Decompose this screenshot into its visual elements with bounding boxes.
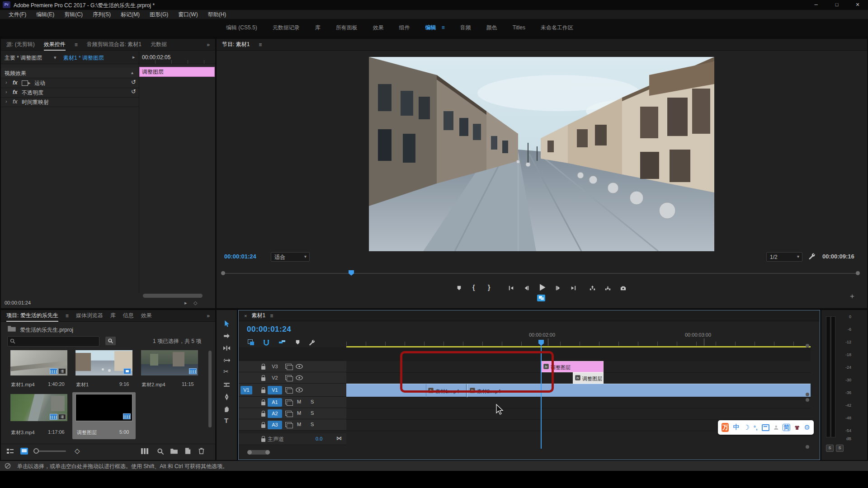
menu-window[interactable]: 窗口(W)	[173, 11, 203, 19]
program-scrubber-track[interactable]	[223, 273, 859, 274]
reset-motion-icon[interactable]: ↺	[131, 79, 136, 85]
sync-lock-icon[interactable]	[285, 411, 292, 416]
rate-stretch-tool[interactable]	[223, 357, 231, 364]
tab-audio-clip-mixer[interactable]: 音频剪辑混合器: 素材1	[87, 41, 142, 48]
export-frame-button[interactable]	[620, 285, 627, 291]
timeline-playhead-head[interactable]	[538, 339, 545, 346]
item-name[interactable]: 素材1.mp4	[11, 381, 35, 388]
toggle-track-output-icon[interactable]	[296, 387, 303, 393]
step-forward-button[interactable]	[555, 285, 561, 291]
toggle-track-output-icon[interactable]	[296, 364, 303, 369]
panel-menu-icon[interactable]: ≡	[75, 42, 78, 48]
selection-tool[interactable]	[223, 320, 231, 328]
close-tab-icon[interactable]: ×	[244, 313, 247, 319]
delete-button[interactable]	[198, 447, 205, 455]
menu-graphics[interactable]: 图形(G)	[145, 11, 173, 19]
timeline-timecode[interactable]: 00:00:01:24	[247, 325, 291, 334]
master-bowtie-icon[interactable]: ⋈	[336, 435, 342, 441]
list-view-button[interactable]	[7, 449, 14, 455]
project-item-thumb[interactable]: ⇶	[10, 394, 67, 421]
lock-track-icon[interactable]	[261, 377, 265, 381]
solo-track-button[interactable]: S	[311, 399, 314, 404]
sync-lock-icon[interactable]	[285, 364, 292, 369]
ime-simplified-icon[interactable]: 简	[783, 424, 790, 431]
row-chevron-icon[interactable]: ›	[5, 80, 7, 85]
selected-clip-label[interactable]: 素材1 * 调整图层	[63, 54, 104, 62]
workspace-tab-all-panels[interactable]: 所有面板	[336, 24, 358, 32]
effect-h-scrollbar[interactable]	[143, 294, 203, 298]
workspace-tab-titles[interactable]: Titles	[513, 24, 525, 31]
workspace-tab-metadata-logging[interactable]: 元数据记录	[273, 24, 300, 32]
track-target-a3[interactable]: A3	[268, 421, 282, 429]
solo-track-button[interactable]: S	[311, 410, 314, 416]
workspace-menu-icon[interactable]: ≡	[442, 24, 445, 31]
tab-media-browser[interactable]: 媒体浏览器	[76, 312, 103, 319]
master-volume-value[interactable]: 0.0	[316, 436, 322, 441]
minimize-button[interactable]: –	[806, 0, 826, 10]
search-bin-button[interactable]	[105, 337, 116, 345]
sync-lock-icon[interactable]	[285, 399, 292, 404]
timeline-add-marker-icon[interactable]	[294, 339, 301, 346]
program-timecode[interactable]: 00:00:01:24	[224, 253, 256, 260]
icon-view-button[interactable]	[20, 448, 28, 455]
fit-dropdown[interactable]: 适合 ▾	[271, 252, 310, 262]
go-to-in-button[interactable]	[508, 285, 514, 291]
ime-user-icon[interactable]	[774, 424, 778, 431]
settings-wrench-icon[interactable]	[808, 252, 816, 260]
master-dropdown-icon[interactable]: ▾	[54, 55, 57, 61]
tab-sequence[interactable]: 素材1	[251, 312, 265, 319]
find-button[interactable]	[157, 448, 164, 455]
item-name[interactable]: 素材3.mp4	[11, 429, 35, 436]
pen-tool[interactable]	[223, 393, 231, 401]
mute-track-button[interactable]: M	[297, 410, 301, 416]
timeline-ruler[interactable]: 00:00:02:00 00:00:03:00 00:00:04:00	[346, 324, 811, 346]
program-playhead-marker[interactable]	[348, 270, 355, 276]
timeline-h-scrollbar[interactable]	[248, 450, 269, 455]
sync-lock-icon[interactable]	[285, 422, 292, 427]
track-target-a1[interactable]: A1	[268, 398, 282, 407]
play-button[interactable]	[538, 283, 547, 292]
tab-metadata[interactable]: 元数据	[151, 41, 167, 48]
track-target-v2[interactable]: V2	[268, 374, 282, 382]
scroll-handle[interactable]	[806, 344, 809, 347]
go-to-out-button[interactable]	[570, 285, 577, 291]
add-marker-button[interactable]	[456, 285, 462, 291]
menu-sequence[interactable]: 序列(S)	[88, 11, 116, 19]
sync-lock-icon[interactable]	[285, 387, 292, 392]
item-name[interactable]: 调整图层	[77, 429, 97, 436]
effect-row-motion[interactable]: › fx ▸ 运动 ↺	[1, 78, 139, 88]
workspace-tab-edit-cs55[interactable]: 编辑 (CS5.5)	[226, 24, 257, 32]
lock-track-icon[interactable]	[261, 402, 265, 405]
linked-selection-icon[interactable]	[278, 339, 286, 346]
menu-edit[interactable]: 编辑(E)	[31, 11, 59, 19]
zoom-fit-icon[interactable]: ◇	[193, 300, 197, 306]
solo-right-button[interactable]: S	[836, 445, 844, 452]
panel-menu-icon[interactable]: ≡	[259, 42, 262, 48]
new-bin-button[interactable]	[170, 448, 178, 455]
effect-row-time-remapping[interactable]: › fx 时间重映射	[1, 97, 139, 107]
project-v-scrollbar[interactable]	[208, 351, 212, 427]
solo-track-button[interactable]: S	[311, 422, 314, 427]
lift-button[interactable]	[589, 285, 596, 291]
razor-tool[interactable]: ✂	[223, 368, 229, 375]
ime-punctuation-icon[interactable]: °,	[754, 424, 758, 431]
mute-track-button[interactable]: M	[297, 422, 301, 427]
ime-mode-chinese[interactable]: 中	[733, 423, 739, 432]
hand-tool[interactable]	[223, 405, 231, 413]
tab-project[interactable]: 项目: 爱生活的乐先生	[6, 312, 58, 319]
lock-track-icon[interactable]	[261, 438, 265, 442]
multicamera-toggle-icon[interactable]	[537, 295, 545, 301]
tab-effect-controls[interactable]: 效果控件	[44, 41, 66, 48]
workspace-tab-edit-active[interactable]: 编辑	[425, 24, 436, 32]
button-editor-plus[interactable]: +	[850, 292, 854, 301]
sync-lock-icon[interactable]	[285, 375, 292, 380]
row-chevron-icon[interactable]: ›	[5, 89, 7, 94]
project-item-thumb-selected[interactable]	[75, 394, 132, 421]
tab-overflow-icon[interactable]: »	[207, 313, 210, 319]
lock-track-icon[interactable]	[261, 366, 265, 370]
new-bin-from-selection-icon[interactable]	[141, 448, 150, 454]
search-input[interactable]	[17, 337, 98, 346]
menu-file[interactable]: 文件(F)	[4, 11, 31, 19]
zoom-slider[interactable]	[34, 450, 66, 452]
tab-libraries[interactable]: 库	[110, 312, 116, 319]
